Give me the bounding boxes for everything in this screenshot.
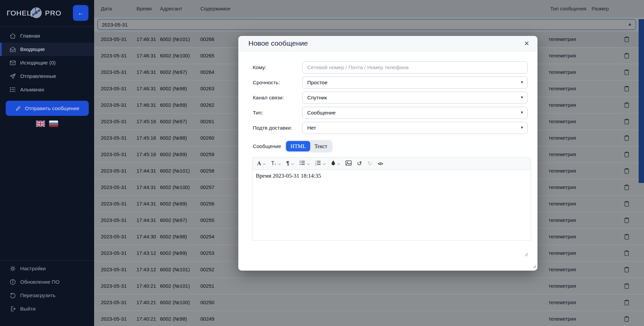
modal-resize-handle[interactable] <box>532 264 536 270</box>
sidebar-footer-item-3[interactable]: Выйти <box>0 302 94 316</box>
chevron-down-icon: ▾ <box>521 110 523 114</box>
brand-text-right: PRO <box>45 9 62 17</box>
recipient-input[interactable] <box>302 61 528 74</box>
mail-open-icon <box>9 46 16 53</box>
undo-icon: ↺ <box>357 160 362 167</box>
type-select-label: Тип: <box>253 110 302 116</box>
selected-value: Сообщение <box>307 110 335 116</box>
sidebar-footer-item-2[interactable]: Перезагрузить <box>0 289 94 302</box>
sidebar-item-1[interactable]: Входящие <box>0 43 94 56</box>
font-size-icon: T↕ <box>271 160 276 167</box>
delivery-confirm-select-label: Подтв доставки: <box>253 125 302 131</box>
sidebar-item-4[interactable]: Альманах <box>0 83 94 96</box>
image-button[interactable] <box>343 158 354 169</box>
text-color-button[interactable] <box>328 158 343 169</box>
new-message-modal: Новое сообщение ✕ Кому: Срочность: Прост… <box>238 36 537 271</box>
sidebar-item-3[interactable]: Отправленные <box>0 69 94 83</box>
sidebar-item-label: Выйти <box>20 306 36 312</box>
unordered-list-button[interactable] <box>297 158 313 169</box>
refresh-icon <box>9 292 16 299</box>
sidebar-footer-item-1[interactable]: Обновление ПО <box>0 275 94 289</box>
send-message-button[interactable]: Отправить сообщение <box>6 101 89 116</box>
left-arrow-icon: ← <box>78 9 84 17</box>
selected-value: Спутник <box>307 95 327 101</box>
editor-mode-toggle: HTMLТекст <box>285 140 332 152</box>
channel-select-label: Канал связи: <box>253 95 302 101</box>
pencil-icon <box>15 105 21 111</box>
sidebar-item-0[interactable]: Главная <box>0 29 94 43</box>
ordered-list-icon: 123 <box>315 160 321 167</box>
divider <box>0 26 94 27</box>
unordered-list-icon <box>299 160 305 167</box>
selected-value: Нет <box>307 125 316 131</box>
undo-button[interactable]: ↺ <box>354 158 365 169</box>
redo-button[interactable]: ↻ <box>365 158 375 169</box>
code-view-button[interactable]: </> <box>375 158 386 169</box>
modal-header: Новое сообщение ✕ <box>238 36 537 51</box>
globe-satellite-icon <box>30 6 43 21</box>
info-icon <box>9 279 16 285</box>
sidebar-menu: Главная Входящие Исходящие (0) Отправлен… <box>0 29 94 96</box>
sidebar-footer-menu: Настройки Обновление ПО Перезагрузить Вы… <box>0 262 94 316</box>
mode-tab-html[interactable]: HTML <box>286 141 310 151</box>
font-size-button[interactable]: T↕ <box>269 158 284 169</box>
message-label: Сообщение <box>253 143 281 149</box>
sidebar-item-label: Исходящие (0) <box>20 60 55 66</box>
sidebar: ГОНЕЦ PRO ← Главная Входящие <box>0 0 94 326</box>
sidebar-item-label: Отправленные <box>20 73 56 79</box>
rich-text-editor: A T↕ ¶ 123 ↺ ↻ </> <box>252 157 531 240</box>
channel-select[interactable]: Спутник ▾ <box>302 92 528 104</box>
urgency-select[interactable]: Простое ▾ <box>302 77 528 89</box>
sidebar-item-label: Альманах <box>20 87 44 93</box>
image-icon <box>346 160 352 167</box>
chevron-down-icon <box>323 160 326 167</box>
modal-title: Новое сообщение <box>248 39 308 47</box>
message-mode-row: Сообщение HTMLТекст <box>253 140 332 152</box>
list-icon <box>9 86 16 93</box>
chevron-down-icon: ▾ <box>521 95 523 99</box>
text-color-icon <box>331 160 335 167</box>
chevron-down-icon <box>263 160 266 167</box>
chevron-down-icon: ▾ <box>521 80 523 84</box>
urgency-select-label: Срочность: <box>253 80 302 86</box>
svg-text:3: 3 <box>315 164 316 166</box>
gear-icon <box>9 265 16 272</box>
home-icon <box>9 33 16 39</box>
sidebar-item-label: Входящие <box>20 46 45 52</box>
sidebar-item-label: Перезагрузить <box>20 292 55 298</box>
paragraph-button[interactable]: ¶ <box>284 158 297 169</box>
editor-resize-handle[interactable] <box>524 252 528 258</box>
app-logo: ГОНЕЦ PRO ← <box>0 5 94 21</box>
chevron-down-icon <box>337 160 340 167</box>
selected-value: Простое <box>307 80 327 86</box>
code-view-icon: </> <box>378 160 383 167</box>
delivery-confirm-select[interactable]: Нет ▾ <box>302 122 528 134</box>
brand-text-left: ГОНЕЦ <box>7 9 32 17</box>
to-label: Кому: <box>253 64 302 71</box>
chevron-down-icon <box>307 160 310 167</box>
chevron-down-icon: ▾ <box>521 125 523 130</box>
chevron-down-icon <box>291 160 294 167</box>
divider <box>0 260 94 261</box>
editor-content-area[interactable]: Время 2023-05-31 18:14:35 <box>252 170 531 240</box>
sidebar-footer-item-0[interactable]: Настройки <box>0 262 94 275</box>
type-select[interactable]: Сообщение ▾ <box>302 107 528 119</box>
chevron-down-icon <box>278 160 281 167</box>
modal-fields: Кому: Срочность: Простое ▾ Канал связи: … <box>253 61 528 137</box>
language-switcher <box>0 121 94 127</box>
sidebar-item-2[interactable]: Исходящие (0) <box>0 56 94 69</box>
send-icon <box>9 73 16 80</box>
send-message-label: Отправить сообщение <box>25 105 79 111</box>
uk-flag[interactable] <box>36 121 45 127</box>
paragraph-icon: ¶ <box>286 160 289 167</box>
logout-icon <box>9 306 16 312</box>
close-icon[interactable]: ✕ <box>524 40 529 47</box>
font-family-button[interactable]: A <box>254 158 269 169</box>
sidebar-item-label: Обновление ПО <box>20 279 59 285</box>
sidebar-collapse-button[interactable]: ← <box>73 5 88 21</box>
mode-tab-текст[interactable]: Текст <box>310 141 332 151</box>
sidebar-item-label: Главная <box>20 33 40 39</box>
ru-flag[interactable] <box>49 121 58 127</box>
ordered-list-button[interactable]: 123 <box>313 158 328 169</box>
mail-icon <box>9 59 16 66</box>
